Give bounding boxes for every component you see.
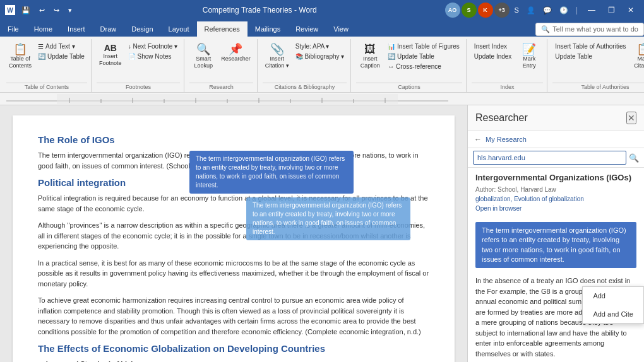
bibliography-button[interactable]: 📚 Bibliography ▾ bbox=[293, 52, 347, 61]
researcher-panel: Researcher ✕ ← My Research 🔍 Intergovern… bbox=[467, 105, 644, 362]
next-footnote-button[interactable]: ↓ Next Footnote ▾ bbox=[126, 42, 180, 51]
share-button[interactable]: 👤 bbox=[524, 5, 538, 16]
auth-group-label: Table of Authorities bbox=[552, 83, 644, 91]
section-title-igos: The Role of IGOs bbox=[38, 134, 429, 145]
tab-file[interactable]: File bbox=[0, 21, 27, 37]
tab-insert[interactable]: Insert bbox=[60, 21, 93, 37]
section-title-effects: The Effects of Economic Globalization on… bbox=[38, 343, 429, 354]
source-tags: globalization, Evolution of globalizatio… bbox=[475, 196, 636, 202]
mark-entry-icon: 📝 bbox=[522, 44, 536, 55]
researcher-icon: 📌 bbox=[229, 44, 242, 55]
word-icon: W bbox=[5, 5, 15, 15]
insert-table-of-figures-button[interactable]: 📊 Insert Table of Figures bbox=[385, 42, 462, 51]
redo-button[interactable]: ↪ bbox=[51, 5, 62, 16]
qat-more-button[interactable]: ▾ bbox=[66, 5, 75, 16]
add-text-button[interactable]: ☰ Add Text ▾ bbox=[35, 42, 87, 51]
group-footnotes: AB Insert Footnote ↓ Next Footnote ▾ 📄 S… bbox=[93, 39, 184, 92]
add-and-cite-menu-item[interactable]: Add and Cite bbox=[583, 305, 643, 324]
update-icon: 🔄 bbox=[38, 53, 45, 60]
cite-context-menu: Add Add and Cite bbox=[582, 286, 644, 324]
comments-button[interactable]: 💬 bbox=[540, 5, 554, 16]
political-para4: To achieve great economic harmonization … bbox=[38, 295, 429, 337]
source-title: Intergovernmental Organizations (IGOs) bbox=[475, 173, 636, 184]
title-bar: W 💾 ↩ ↪ ▾ Competing Trade Theories - Wor… bbox=[0, 0, 644, 20]
panel-nav: ← My Research bbox=[468, 131, 644, 148]
group-captions: 🖼 Insert Caption 📊 Insert Table of Figur… bbox=[352, 39, 467, 92]
minimize-button[interactable]: — bbox=[583, 3, 600, 17]
table-of-contents-button[interactable]: 📋 Table of Contents bbox=[6, 42, 34, 71]
title-bar-right: AO S K +3 S 👤 💬 🕑 | — ❐ ✕ bbox=[445, 3, 639, 18]
panel-body[interactable]: The term intergovernmental organization … bbox=[468, 217, 644, 362]
footnote-icon: AB bbox=[104, 44, 117, 52]
insert-index-button[interactable]: Insert Index bbox=[472, 42, 515, 51]
effects-para1: ● Increased Standard of Living bbox=[38, 359, 429, 362]
tell-me-box[interactable]: 🔍 Tell me what you want to do bbox=[535, 23, 644, 36]
search-bar: 🔍 bbox=[468, 148, 644, 168]
tab-layout[interactable]: Layout bbox=[161, 21, 197, 37]
mark-entry-button[interactable]: 📝 Mark Entry bbox=[515, 42, 543, 71]
history-button[interactable]: 🕑 bbox=[557, 5, 571, 16]
update-table-button[interactable]: 🔄 Update Table bbox=[35, 52, 87, 61]
save-button[interactable]: 💾 bbox=[19, 5, 33, 16]
avatar-user3: K bbox=[478, 3, 493, 18]
tab-mailings[interactable]: Mailings bbox=[247, 21, 288, 37]
tab-home[interactable]: Home bbox=[27, 21, 60, 37]
index-group-label: Index bbox=[472, 83, 544, 91]
add-menu-item[interactable]: Add bbox=[583, 287, 643, 305]
back-arrow[interactable]: ← bbox=[474, 135, 482, 144]
group-table-of-contents: 📋 Table of Contents ☰ Add Text ▾ 🔄 Updat… bbox=[3, 39, 92, 92]
panel-close-button[interactable]: ✕ bbox=[626, 112, 636, 124]
avatar-group: AO S K +3 bbox=[445, 3, 510, 18]
insert-citation-button[interactable]: 📎 Insert Citation ▾ bbox=[263, 42, 292, 71]
update-index-button[interactable]: Update Index bbox=[472, 52, 515, 61]
search-icon: 🔍 bbox=[541, 25, 550, 33]
skype-button[interactable]: S bbox=[512, 5, 522, 15]
tab-view[interactable]: View bbox=[326, 21, 356, 37]
avatar-user1: AO bbox=[445, 3, 460, 18]
insert-footnote-button[interactable]: AB Insert Footnote bbox=[97, 42, 124, 68]
panel-header: Researcher ✕ bbox=[468, 105, 644, 131]
tab-draw[interactable]: Draw bbox=[93, 21, 124, 37]
my-research-link[interactable]: My Research bbox=[486, 136, 527, 143]
smart-lookup-button[interactable]: 🔍 Smart Lookup bbox=[189, 42, 217, 71]
update-table-auth-button[interactable]: Update Table bbox=[552, 52, 628, 61]
restore-button[interactable]: ❐ bbox=[603, 3, 620, 17]
undo-button[interactable]: ↩ bbox=[37, 5, 47, 16]
tell-me-label: Tell me what you want to do bbox=[552, 25, 638, 33]
show-notes-button[interactable]: 📄 Show Notes bbox=[126, 52, 180, 61]
insert-table-of-auth-button[interactable]: Insert Table of Authorities bbox=[552, 42, 628, 51]
cross-reference-button[interactable]: ↔ Cross-reference bbox=[385, 62, 462, 71]
captions-group-label: Captions bbox=[356, 83, 462, 91]
index-col1: Insert Index Update Index bbox=[472, 42, 515, 61]
smart-lookup-icon: 🔍 bbox=[196, 44, 210, 55]
caption-icon: 🖼 bbox=[364, 44, 376, 55]
toc-buttons: 📋 Table of Contents ☰ Add Text ▾ 🔄 Updat… bbox=[6, 42, 87, 81]
search-submit-icon[interactable]: 🔍 bbox=[629, 153, 639, 163]
captions-col: 📊 Insert Table of Figures 🔄 Update Table… bbox=[385, 42, 462, 71]
update-table-captions-button[interactable]: 🔄 Update Table bbox=[385, 52, 462, 61]
tab-design[interactable]: Design bbox=[124, 21, 160, 37]
ruler-bar bbox=[0, 93, 644, 105]
addtext-icon: ☰ bbox=[38, 43, 44, 50]
highlighted-text: The term intergovernmental organization … bbox=[475, 222, 636, 269]
group-table-of-auth: Insert Table of Authorities Update Table… bbox=[549, 39, 644, 92]
footnotes-group-label: Footnotes bbox=[97, 83, 180, 91]
ribbon-content: 📋 Table of Contents ☰ Add Text ▾ 🔄 Updat… bbox=[0, 37, 644, 92]
search-input[interactable] bbox=[473, 151, 626, 165]
mark-citation-icon: 📋 bbox=[636, 44, 644, 55]
close-button[interactable]: ✕ bbox=[623, 3, 639, 17]
ribbon-tabs: File Home Insert Draw Design Layout Refe… bbox=[0, 20, 644, 37]
tab-references[interactable]: References bbox=[197, 21, 247, 37]
avatar-count: +3 bbox=[494, 3, 510, 18]
researcher-button[interactable]: 📌 Researcher bbox=[218, 42, 253, 64]
toc-group-label: Table of Contents bbox=[6, 83, 87, 91]
footnotes-buttons: AB Insert Footnote ↓ Next Footnote ▾ 📄 S… bbox=[97, 42, 180, 81]
document-page[interactable]: The Role of IGOs The term intergovernmen… bbox=[13, 115, 455, 362]
citations-group-label: Citations & Bibliography bbox=[263, 83, 347, 91]
tab-review[interactable]: Review bbox=[288, 21, 326, 37]
insert-caption-button[interactable]: 🖼 Insert Caption bbox=[356, 42, 384, 71]
research-buttons: 🔍 Smart Lookup 📌 Researcher bbox=[189, 42, 253, 81]
style-button[interactable]: Style: APA ▾ bbox=[293, 42, 347, 51]
mark-citation-button[interactable]: 📋 Mark Citation bbox=[629, 42, 644, 71]
open-in-browser-link[interactable]: Open in browser bbox=[475, 205, 636, 212]
